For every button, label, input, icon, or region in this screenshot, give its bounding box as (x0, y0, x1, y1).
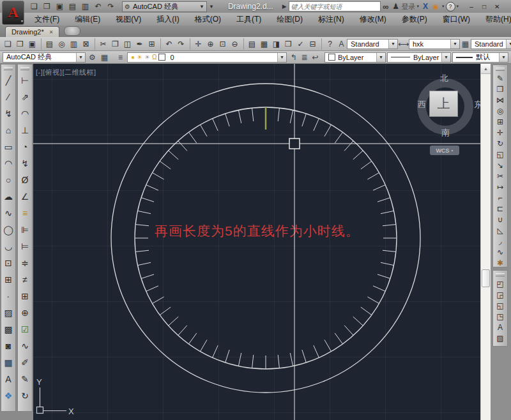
angular-dimension-button[interactable]: ∠ (18, 188, 32, 205)
inspection-button[interactable]: ☑ (18, 321, 32, 338)
signin-label[interactable]: 登录 (402, 2, 416, 11)
table-button[interactable]: ▦ (1, 354, 15, 371)
infocenter-search-input[interactable] (289, 1, 381, 11)
menu-item[interactable]: 工具(T) (229, 13, 269, 26)
bring-above-objects-button[interactable]: ◱ (493, 300, 507, 311)
ellipse-button[interactable]: ◯ (1, 221, 15, 238)
qat-plot-button[interactable]: ▥ (79, 1, 91, 11)
break-at-point-button[interactable]: ⌐ (493, 192, 507, 203)
hatch-to-back-button[interactable]: ▨ (493, 333, 507, 343)
line-button[interactable]: ╱ (1, 72, 15, 89)
infocenter-search-icon[interactable]: ∞ (381, 1, 391, 11)
add-selected-button[interactable]: ❖ (1, 387, 15, 404)
layer-previous-button[interactable]: ↩ (310, 52, 321, 63)
send-to-back-button[interactable]: ◲ (493, 289, 507, 300)
help-dropdown-icon[interactable]: ▾ (457, 4, 459, 9)
array-button[interactable]: ⊞ (493, 116, 507, 127)
menu-item[interactable]: 窗口(W) (435, 13, 478, 26)
menu-item[interactable]: 绘图(D) (269, 13, 310, 26)
fillet-button[interactable]: ◞ (493, 236, 507, 246)
communication-center-icon[interactable]: ◉ (431, 1, 441, 11)
hatch-button[interactable]: ▨ (1, 304, 15, 321)
workspace-switch-icon[interactable]: ▦ (99, 52, 110, 63)
quick-dimension-button[interactable]: ≡ (18, 205, 32, 221)
text-to-front-button[interactable]: A (493, 322, 507, 333)
toolbar-grip[interactable] (4, 67, 13, 70)
chamfer-button[interactable]: ◺ (493, 225, 507, 236)
export-dwf-button[interactable]: ⊠ (80, 38, 92, 50)
menu-item[interactable]: 文件(F) (27, 13, 67, 26)
layer-freeze-icon[interactable]: ☀ (137, 54, 142, 61)
layer-combo-arrow-icon[interactable]: ▼ (277, 53, 286, 62)
qat-save-button[interactable]: ▣ (54, 1, 66, 11)
dimension-style-combo-arrow-icon[interactable]: ▼ (450, 40, 459, 49)
color-combo-arrow-icon[interactable]: ▼ (376, 53, 385, 62)
dimension-edit-button[interactable]: ✐ (18, 354, 32, 371)
scroll-up-icon[interactable]: ▲ (481, 64, 491, 74)
layer-states-button[interactable]: ≣ (299, 52, 310, 63)
diameter-dimension-button[interactable]: Ø (18, 172, 32, 188)
cut-button[interactable]: ✂ (95, 38, 109, 50)
layer-lock-icon[interactable]: Ω (152, 54, 156, 61)
linetype-control-combo[interactable]: ByLayer ▼ (387, 52, 451, 63)
construction-line-button[interactable]: ⁄ (1, 89, 15, 105)
linear-dimension-button[interactable]: ⊢ (18, 72, 32, 89)
point-button[interactable]: ∙ (1, 288, 15, 304)
extend-button[interactable]: ↦ (493, 181, 507, 192)
make-object-layer-current-button[interactable]: ↰ (288, 52, 299, 63)
arc-length-dimension-button[interactable]: ◠ (18, 105, 32, 122)
redo-button[interactable]: ↷ (175, 38, 187, 50)
bring-to-front-button[interactable]: ◰ (493, 278, 507, 289)
help-menu-icon[interactable]: ? (446, 2, 455, 11)
make-block-button[interactable]: ⊞ (1, 271, 15, 288)
undo-button[interactable]: ↶ (160, 38, 175, 50)
center-mark-button[interactable]: ⊕ (18, 304, 32, 321)
ordinate-dimension-button[interactable]: ⊥ (18, 122, 32, 139)
toolbar-grip[interactable] (20, 67, 29, 70)
jogged-dimension-button[interactable]: ↯ (18, 155, 32, 172)
designcenter-button[interactable]: ▦ (258, 38, 270, 50)
trim-button[interactable]: ✂ (493, 170, 507, 181)
insert-block-button[interactable]: ⊡ (1, 255, 15, 271)
new-button[interactable]: ❏ (2, 38, 14, 50)
send-under-objects-button[interactable]: ◳ (493, 311, 507, 322)
move-button[interactable]: ✛ (493, 127, 507, 138)
menu-item[interactable]: 标注(N) (310, 13, 352, 26)
qat-redo-button[interactable]: ↷ (105, 1, 117, 11)
match-properties-button[interactable]: ✒ (133, 38, 146, 50)
baseline-dimension-button[interactable]: ⊫ (18, 221, 32, 238)
blend-curves-button[interactable]: ∿ (493, 246, 507, 257)
pan-button[interactable]: ✛ (190, 38, 204, 50)
layer-vp-freeze-icon[interactable]: ☀ (144, 54, 150, 61)
qat-new-button[interactable]: ❏ (28, 1, 40, 11)
table-style-icon[interactable]: ▦ (460, 38, 471, 49)
autodesk-exchange-icon[interactable]: X (420, 1, 431, 11)
publish-button[interactable]: ▥ (68, 38, 80, 50)
sheet-set-manager-button[interactable]: ❒ (282, 38, 294, 50)
viewcube-west-label[interactable]: 西 (418, 99, 426, 110)
tab-close-icon[interactable]: ✕ (49, 29, 54, 35)
text-style-combo[interactable]: Standard ▼ (347, 39, 398, 49)
menu-item[interactable]: 格式(O) (187, 13, 229, 26)
maximize-button[interactable]: □ (479, 3, 489, 11)
dimension-space-button[interactable]: ≑ (18, 255, 32, 271)
tool-palettes-button[interactable]: ◨ (270, 38, 282, 50)
titlebar-workspace-combo[interactable]: ⚙ AutoCAD 经典 ▼ (122, 1, 207, 12)
qat-undo-button[interactable]: ↶ (92, 1, 104, 11)
layer-on-icon[interactable]: ● (131, 54, 135, 61)
paste-button[interactable]: ◫ (121, 38, 133, 50)
quickcalc-button[interactable]: ⊟ (307, 38, 319, 50)
properties-button[interactable]: ▤ (243, 38, 258, 50)
menu-item[interactable]: 帮助(H) (478, 13, 511, 26)
minimize-button[interactable]: – (466, 3, 477, 11)
continue-dimension-button[interactable]: ⊨ (18, 238, 32, 255)
canvas-vertical-scrollbar[interactable]: ▲ (480, 64, 491, 420)
aligned-dimension-button[interactable]: ⇗ (18, 89, 32, 105)
layer-combo[interactable]: ●☀☀Ω 0 ▼ (127, 52, 287, 63)
revision-cloud-button[interactable]: ☁ (1, 188, 15, 205)
lineweight-control-combo[interactable]: 默认 ▼ (452, 52, 508, 63)
menu-item[interactable]: 插入(I) (149, 13, 187, 26)
zoom-previous-button[interactable]: ⊖ (229, 38, 241, 50)
dimension-update-button[interactable]: ↻ (18, 387, 32, 404)
workspace-extra-arrow-icon[interactable]: ▼ (209, 4, 214, 10)
